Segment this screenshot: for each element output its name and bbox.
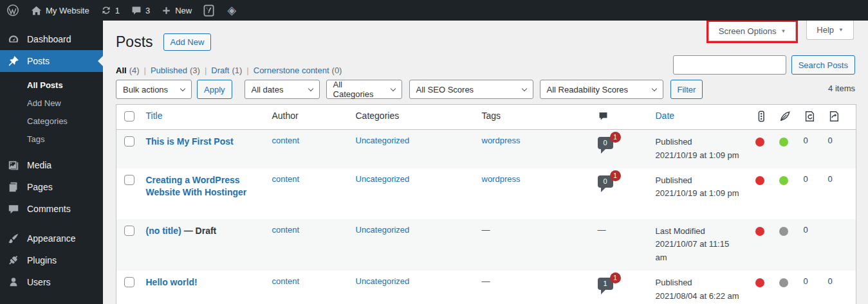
site-name-menu[interactable]: My Website [31,5,89,16]
posts-submenu: All Posts Add New Categories Tags [0,72,103,154]
plugins-icon [8,255,21,266]
yoast-icon [203,4,216,17]
tag-link[interactable]: wordpress [482,136,521,145]
filter-button[interactable]: Filter [670,80,703,99]
outgoing-internal-links-header[interactable] [797,105,822,130]
view-draft[interactable]: Draft(1) [211,66,242,75]
annotation-red-box: Screen Options ▼ [706,20,799,43]
category-link[interactable]: Uncategorized [356,136,410,145]
post-date: 2021/08/04 at 6:22 am [656,290,743,303]
sidebar-item-label: Posts [27,56,50,66]
categories-filter-select[interactable]: All Categories [326,80,402,99]
select-all-checkbox[interactable] [124,111,134,121]
sidebar-item-plugins[interactable]: Plugins [0,249,103,271]
row-checkbox[interactable] [124,226,134,236]
comment-count-bubble: 0 1 [598,137,613,149]
post-date: 2021/10/19 at 1:09 pm [656,149,743,163]
help-button[interactable]: Help ▼ [806,21,854,40]
users-icon [8,276,21,288]
comment-count-bubble: 1 1 [598,278,613,290]
sort-title-header[interactable]: Title [146,111,163,121]
seo-score-header[interactable] [749,105,773,130]
readability-score-header[interactable] [773,105,797,130]
yoast-menu[interactable] [203,4,216,17]
readability-score-dot [779,138,788,147]
sidebar-item-users[interactable]: Users [0,271,103,293]
post-title-link[interactable]: Hello world! [146,277,198,287]
category-link[interactable]: Uncategorized [356,174,410,184]
author-link[interactable]: content [272,225,300,235]
chevron-down-icon [390,85,395,91]
submenu-label: Add New [27,98,61,108]
add-new-button[interactable]: Add New [163,33,212,51]
seo-score-dot [755,278,764,287]
submenu-item-tags[interactable]: Tags [0,130,103,148]
appearance-icon [8,233,21,244]
search-posts-button[interactable]: Search Posts [791,55,855,75]
gem-menu[interactable]: ◈ [227,4,236,16]
view-published[interactable]: Published(3) [151,66,200,75]
sidebar-item-label: Plugins [27,255,57,265]
no-tags-dash: — [482,225,490,235]
sort-date-header[interactable]: Date [656,111,675,121]
view-cornerstone[interactable]: Cornerstone content(0) [254,66,342,75]
search-input[interactable] [673,55,786,75]
new-content-menu[interactable]: New [162,6,192,15]
readability-score-dot [779,176,788,185]
submenu-item-categories[interactable]: Categories [0,112,103,130]
author-link[interactable]: content [272,276,300,286]
seo-scores-filter-select[interactable]: All SEO Scores [409,80,533,99]
updates-menu[interactable]: 1 [101,5,120,15]
select-value: All SEO Scores [416,85,474,94]
main-content: Screen Options ▼ Help ▼ Posts Add New Se… [103,21,868,304]
sidebar-item-media[interactable]: Media [0,154,103,176]
pending-comments-badge[interactable]: 1 [610,170,621,181]
sidebar-item-comments[interactable]: Comments [0,198,103,220]
category-link[interactable]: Uncategorized [356,225,410,235]
sidebar-item-posts[interactable]: Posts [0,50,103,72]
comments-menu[interactable]: 3 [131,5,150,15]
posts-table: Title Author Categories Tags Date [116,104,856,304]
row-checkbox[interactable] [124,175,134,185]
outgoing-links-count: 0 [797,168,822,219]
table-row: Hello world! content Uncategorized — 1 1… [116,271,856,304]
sidebar-item-appearance[interactable]: Appearance [0,228,103,249]
row-checkbox[interactable] [124,136,134,147]
post-title-link[interactable]: Creating a WordPress Website With Hostin… [146,175,247,198]
row-checkbox[interactable] [124,277,134,287]
home-icon [31,5,42,16]
dates-filter-select[interactable]: All dates [245,80,320,99]
tag-link[interactable]: wordpress [482,174,521,184]
plus-icon [162,6,171,15]
pending-comments-badge[interactable]: 1 [610,273,621,283]
pending-comments-badge[interactable]: 1 [610,132,621,143]
view-all[interactable]: All(4) [116,66,140,75]
sidebar-item-dashboard[interactable]: Dashboard [0,28,103,50]
screen-options-button[interactable]: Screen Options ▼ [708,22,797,41]
wordpress-logo-menu[interactable] [6,4,19,17]
post-title-link[interactable]: This is My First Post [146,136,234,147]
internal-links-header[interactable] [822,105,856,130]
wordpress-logo-icon [6,4,19,17]
outgoing-links-count: 0 [797,130,822,168]
readability-scores-filter-select[interactable]: All Readability Scores [540,80,663,99]
submenu-item-all-posts[interactable]: All Posts [0,76,103,94]
post-state-label: — Draft [184,226,217,236]
post-date: 2021/10/19 at 1:09 pm [656,187,743,201]
page-title-row: Posts Add New [116,33,211,51]
category-link[interactable]: Uncategorized [356,276,410,286]
post-title-link[interactable]: (no title) [146,226,181,236]
comment-count-icon [598,111,643,121]
sidebar-item-pages[interactable]: Pages [0,176,103,198]
seo-score-dot [755,227,764,236]
comments-bubble-icon [131,5,142,15]
apply-button[interactable]: Apply [197,80,232,99]
submenu-item-add-new[interactable]: Add New [0,94,103,112]
comments-header[interactable] [591,105,649,130]
select-value: All Readability Scores [547,85,628,94]
author-link[interactable]: content [272,136,300,145]
author-link[interactable]: content [272,174,300,184]
bulk-actions-select[interactable]: Bulk actions [116,80,192,99]
chevron-down-icon [308,85,313,91]
post-status: Published [656,174,743,188]
